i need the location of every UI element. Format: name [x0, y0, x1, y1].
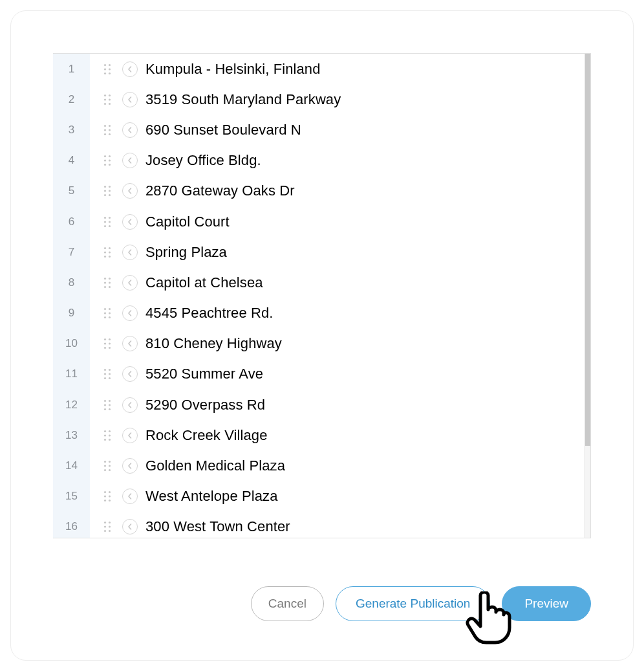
- chevron-left-icon[interactable]: [122, 336, 138, 351]
- svg-point-26: [104, 190, 106, 192]
- svg-point-9: [109, 98, 111, 100]
- drag-handle-icon[interactable]: [100, 307, 114, 319]
- row-number: 11: [53, 368, 90, 380]
- svg-point-55: [109, 338, 111, 340]
- list-item[interactable]: 4 Josey Office Bldg.: [53, 146, 584, 176]
- list-item[interactable]: 3 690 Sunset Boulevard N: [53, 115, 584, 145]
- list-item[interactable]: 13 Rock Creek Village: [53, 420, 584, 450]
- svg-point-70: [104, 408, 106, 410]
- svg-point-46: [104, 286, 106, 288]
- svg-point-94: [104, 530, 106, 532]
- chevron-left-icon[interactable]: [122, 458, 138, 474]
- svg-point-72: [104, 430, 106, 432]
- chevron-left-icon[interactable]: [122, 214, 138, 230]
- svg-point-10: [104, 103, 106, 105]
- svg-point-17: [109, 133, 111, 135]
- drag-handle-icon[interactable]: [100, 63, 114, 75]
- svg-point-51: [109, 312, 111, 314]
- chevron-left-icon[interactable]: [122, 366, 138, 382]
- chevron-left-icon[interactable]: [122, 153, 138, 168]
- svg-point-60: [104, 369, 106, 371]
- svg-point-39: [109, 251, 111, 253]
- svg-point-86: [104, 496, 106, 498]
- chevron-left-icon[interactable]: [122, 245, 138, 260]
- svg-point-57: [109, 343, 111, 345]
- drag-handle-icon[interactable]: [100, 460, 114, 472]
- drag-handle-icon[interactable]: [100, 216, 114, 228]
- chevron-left-icon[interactable]: [122, 183, 138, 199]
- svg-point-44: [104, 281, 106, 283]
- list-item-label: 690 Sunset Boulevard N: [145, 122, 301, 138]
- list-item[interactable]: 7 Spring Plaza: [53, 237, 584, 267]
- svg-point-31: [109, 216, 111, 218]
- list-item-label: West Antelope Plaza: [145, 488, 278, 505]
- drag-handle-icon[interactable]: [100, 490, 114, 502]
- list-item[interactable]: 2 3519 South Maryland Parkway: [53, 84, 584, 115]
- drag-handle-icon[interactable]: [100, 94, 114, 105]
- list-item[interactable]: 6 Capitol Court: [53, 206, 584, 237]
- chevron-left-icon[interactable]: [122, 275, 138, 291]
- svg-point-76: [104, 439, 106, 441]
- svg-point-64: [104, 377, 106, 379]
- list-item[interactable]: 15 West Antelope Plaza: [53, 481, 584, 512]
- drag-handle-icon[interactable]: [100, 338, 114, 349]
- list-item-label: Josey Office Bldg.: [145, 152, 261, 169]
- list-item-label: 300 West Town Center: [145, 518, 290, 535]
- scrollbar-track[interactable]: [584, 54, 590, 538]
- list-item[interactable]: 5 2870 Gateway Oaks Dr: [53, 176, 584, 206]
- preview-button[interactable]: Preview: [502, 586, 591, 621]
- svg-point-5: [109, 72, 111, 74]
- svg-point-75: [109, 434, 111, 436]
- list-item[interactable]: 8 Capitol at Chelsea: [53, 267, 584, 298]
- chevron-left-icon[interactable]: [122, 92, 138, 107]
- drag-handle-icon[interactable]: [100, 430, 114, 441]
- list-item-label: Kumpula - Helsinki, Finland: [145, 61, 320, 78]
- drag-handle-icon[interactable]: [100, 277, 114, 289]
- svg-point-43: [109, 278, 111, 280]
- list-item[interactable]: 9 4545 Peachtree Rd.: [53, 298, 584, 329]
- list-item-label: 5520 Summer Ave: [145, 366, 263, 382]
- svg-point-52: [104, 316, 106, 318]
- row-number: 16: [53, 520, 90, 533]
- drag-handle-icon[interactable]: [100, 155, 114, 166]
- svg-point-66: [104, 400, 106, 402]
- list-item[interactable]: 11 5520 Summer Ave: [53, 359, 584, 390]
- list-item[interactable]: 16 300 West Town Center: [53, 512, 584, 538]
- drag-handle-icon[interactable]: [100, 124, 114, 136]
- list-item[interactable]: 10 810 Cheney Highway: [53, 329, 584, 359]
- chevron-left-icon[interactable]: [122, 61, 138, 77]
- svg-point-41: [109, 256, 111, 258]
- chevron-left-icon[interactable]: [122, 519, 138, 534]
- chevron-left-icon[interactable]: [122, 305, 138, 321]
- svg-point-58: [104, 347, 106, 349]
- chevron-left-icon[interactable]: [122, 397, 138, 413]
- scrollbar-thumb[interactable]: [585, 54, 590, 446]
- svg-point-93: [109, 526, 111, 528]
- row-number: 4: [53, 154, 90, 167]
- cancel-button[interactable]: Cancel: [251, 586, 324, 621]
- list-item-label: Rock Creek Village: [145, 427, 267, 444]
- properties-list: 1 Kumpula - Helsinki, Finland 2: [53, 54, 584, 538]
- svg-point-1: [109, 63, 111, 65]
- list-item-label: 4545 Peachtree Rd.: [145, 305, 274, 322]
- drag-handle-icon[interactable]: [100, 521, 114, 533]
- chevron-left-icon[interactable]: [122, 489, 138, 504]
- chevron-left-icon[interactable]: [122, 428, 138, 443]
- generate-publication-button[interactable]: Generate Publication: [336, 586, 490, 621]
- drag-handle-icon[interactable]: [100, 368, 114, 380]
- drag-handle-icon[interactable]: [100, 185, 114, 197]
- svg-point-78: [104, 461, 106, 463]
- svg-point-90: [104, 522, 106, 523]
- list-item-label: Golden Medical Plaza: [145, 457, 285, 474]
- svg-point-89: [109, 500, 111, 501]
- list-item[interactable]: 14 Golden Medical Plaza: [53, 450, 584, 481]
- properties-list-container: 1 Kumpula - Helsinki, Finland 2: [53, 53, 591, 538]
- dialog-card: 1 Kumpula - Helsinki, Finland 2: [10, 10, 634, 661]
- list-item[interactable]: 12 5290 Overpass Rd: [53, 390, 584, 420]
- drag-handle-icon[interactable]: [100, 399, 114, 411]
- drag-handle-icon[interactable]: [100, 247, 114, 258]
- svg-point-3: [109, 68, 111, 70]
- svg-point-37: [109, 247, 111, 249]
- list-item[interactable]: 1 Kumpula - Helsinki, Finland: [53, 54, 584, 84]
- chevron-left-icon[interactable]: [122, 122, 138, 138]
